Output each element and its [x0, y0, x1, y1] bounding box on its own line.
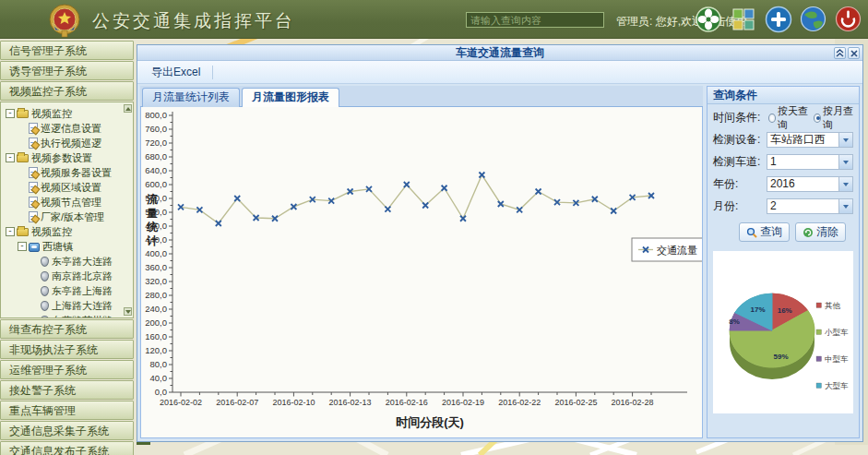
query-panel-title: 查询条件 — [707, 87, 859, 104]
tree-node[interactable]: 巡逻信息设置 — [6, 121, 124, 136]
svg-text:2016-02-25: 2016-02-25 — [554, 398, 597, 407]
chevron-down-icon[interactable] — [838, 155, 852, 169]
sidebar-panel-bottom-4[interactable]: 重点车辆管理 — [0, 401, 134, 420]
svg-text:2016-02-07: 2016-02-07 — [216, 398, 258, 407]
close-icon[interactable] — [848, 47, 860, 59]
doc-icon — [29, 211, 38, 222]
camera-icon — [41, 257, 49, 267]
time-condition-label: 时间条件: — [713, 110, 767, 126]
magnifier-icon — [746, 227, 757, 238]
tree-node[interactable]: -视频监控 — [6, 106, 124, 121]
tree-node-label: 东亭路大连路 — [52, 255, 113, 269]
tree-node[interactable]: 东亭路上海路 — [6, 283, 124, 298]
apps-grid-icon[interactable] — [729, 5, 757, 33]
radio-option-0[interactable]: 按天查询 — [768, 104, 808, 132]
chevron-down-icon[interactable] — [838, 177, 852, 191]
camera-icon — [41, 316, 49, 319]
tree-node[interactable]: 东葛路苏州路 — [6, 313, 124, 318]
pie-percent-label: 59% — [773, 353, 788, 361]
tree-node[interactable]: -视频监控 — [6, 224, 124, 239]
svg-text:360,0: 360,0 — [145, 262, 167, 272]
export-excel-button[interactable]: 导出Excel — [143, 62, 208, 83]
chevron-down-icon[interactable] — [838, 133, 852, 147]
svg-text:680,0: 680,0 — [145, 151, 167, 162]
lane-select[interactable]: 1 — [767, 154, 853, 170]
radio-unchecked-icon[interactable] — [768, 114, 776, 123]
svg-text:320,0: 320,0 — [145, 276, 167, 286]
window-title: 车道交通流量查询 — [456, 46, 544, 59]
sidebar-panel-bottom-2[interactable]: 运维管理子系统 — [0, 360, 134, 379]
tree-scroll-down-button[interactable] — [124, 307, 132, 316]
sidebar-panel-top-2[interactable]: 视频监控子系统 — [0, 81, 134, 101]
tree-node[interactable]: 厂家/版本管理 — [6, 210, 124, 224]
police-badge-logo — [48, 3, 81, 38]
header-search-input[interactable] — [466, 12, 604, 28]
tab-strip: 月流量统计列表 月流量图形报表 — [140, 86, 703, 107]
series-line — [181, 175, 651, 224]
tab-monthly-flow-list[interactable]: 月流量统计列表 — [142, 88, 240, 107]
month-select[interactable]: 2 — [767, 198, 853, 214]
tree-node[interactable]: 视频服务器设置 — [6, 165, 124, 180]
year-select-value: 2016 — [770, 177, 795, 190]
tree-scroll-up-button[interactable] — [124, 104, 132, 113]
sidebar-panel-top-1[interactable]: 诱导管理子系统 — [0, 61, 134, 80]
vehicle-type-pie-chart: 16%59%8%17%其他小型车中型车大型车 — [713, 251, 851, 413]
tree-node[interactable]: 南京路北京路 — [6, 269, 124, 283]
sidebar-panel-bottom-6[interactable]: 交通信息发布子系统 — [0, 441, 134, 455]
svg-text:120,0: 120,0 — [145, 345, 167, 355]
collapse-icon[interactable]: - — [6, 227, 15, 236]
clover-icon[interactable] — [694, 5, 722, 33]
time-condition-radio-group: 按天查询按月查询 — [768, 104, 853, 132]
query-form: 时间条件: 按天查询按月查询 检测设备:车站路口西检测车道:1年份:2016月份… — [707, 104, 859, 247]
data-point-marker — [216, 221, 221, 226]
device-select[interactable]: 车站路口西 — [767, 132, 853, 148]
toolbar-separator — [212, 66, 213, 79]
svg-text:2016-02-10: 2016-02-10 — [272, 398, 315, 407]
folder-icon — [17, 154, 29, 162]
tree-node[interactable]: 视频区域设置 — [6, 180, 124, 195]
pie-legend-item: 大型车 — [816, 381, 849, 390]
tree-node-label: 东葛路苏州路 — [52, 314, 113, 319]
tree-node[interactable]: 执行视频巡逻 — [6, 136, 124, 150]
svg-text:大型车: 大型车 — [825, 381, 849, 390]
tree-node-label: 视频监控 — [31, 225, 72, 239]
query-button[interactable]: 查询 — [739, 222, 790, 242]
tree-node[interactable]: -西塘镇 — [6, 239, 124, 254]
power-icon[interactable] — [834, 5, 862, 33]
collapse-icon[interactable]: - — [6, 153, 15, 162]
collapse-icon[interactable]: - — [18, 242, 27, 251]
radio-option-1[interactable]: 按月查询 — [814, 104, 853, 132]
svg-text:2016-02-22: 2016-02-22 — [498, 398, 541, 407]
radio-checked-icon[interactable] — [814, 114, 821, 123]
tree-node[interactable]: 上海路大连路 — [6, 298, 124, 313]
app-header: 公安交通集成指挥平台 管理员: 您好,欢迎登陆使用 — [0, 0, 868, 39]
add-icon[interactable] — [764, 5, 792, 33]
tree-node[interactable]: 东亭路大连路 — [6, 254, 124, 269]
tree-node[interactable]: -视频参数设置 — [6, 150, 124, 165]
collapse-icon[interactable]: - — [6, 109, 15, 118]
sidebar-panel-bottom-5[interactable]: 交通信息采集子系统 — [0, 421, 134, 440]
svg-text:2016-02-19: 2016-02-19 — [442, 398, 484, 407]
svg-text:800,0: 800,0 — [145, 110, 167, 120]
sidebar-panel-bottom-0[interactable]: 缉查布控子系统 — [0, 319, 134, 339]
globe-icon[interactable] — [799, 5, 827, 33]
svg-text:交通流量: 交通流量 — [657, 245, 697, 256]
sidebar-panel-top-0[interactable]: 信号管理子系统 — [0, 41, 134, 60]
x-axis-label: 时间分段(天) — [396, 415, 464, 429]
window-titlebar[interactable]: 车道交通流量查询 — [137, 45, 862, 61]
year-select[interactable]: 2016 — [767, 176, 853, 192]
collapse-button[interactable] — [834, 47, 846, 59]
clear-button[interactable]: 清除 — [795, 222, 846, 242]
pie-legend-item: 中型车 — [816, 354, 849, 364]
tree-node[interactable]: 视频节点管理 — [6, 195, 124, 210]
sidebar-panel-bottom-3[interactable]: 接处警子系统 — [0, 380, 134, 400]
query-conditions-panel: 查询条件 时间条件: 按天查询按月查询 检测设备:车站路口西检测车道:1年份:2… — [707, 86, 860, 438]
tree-node-label: 视频参数设置 — [31, 151, 92, 165]
y-axis-label: 流 — [147, 193, 159, 206]
doc-icon — [29, 197, 38, 208]
tab-monthly-flow-graph[interactable]: 月流量图形报表 — [242, 88, 339, 108]
sidebar-panel-bottom-1[interactable]: 非现场执法子系统 — [0, 340, 134, 359]
data-point-marker — [460, 216, 466, 222]
video-subsystem-tree: -视频监控巡逻信息设置执行视频巡逻-视频参数设置视频服务器设置视频区域设置视频节… — [0, 102, 134, 318]
chevron-down-icon[interactable] — [838, 199, 852, 213]
